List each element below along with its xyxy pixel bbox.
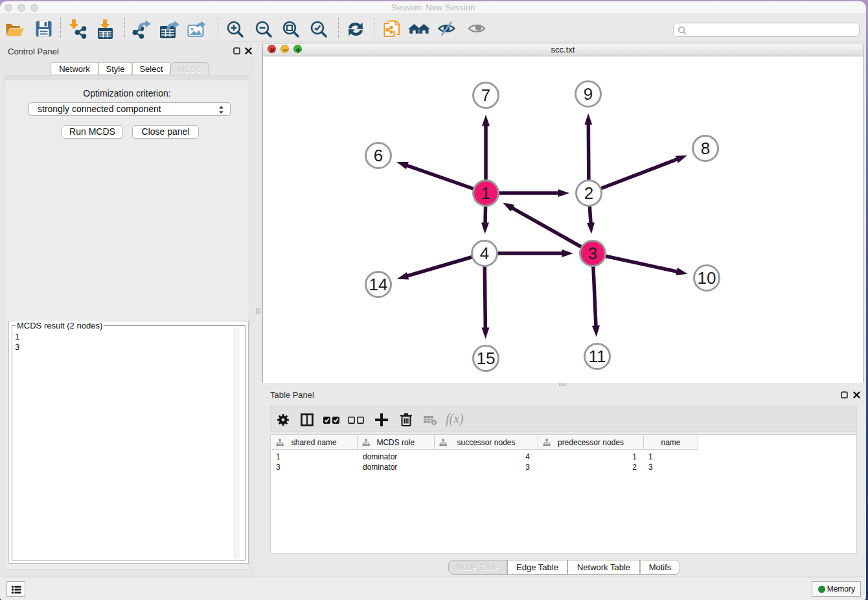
svg-text:3: 3 — [588, 244, 597, 263]
svg-text:14: 14 — [369, 275, 388, 294]
svg-text:11: 11 — [589, 347, 606, 366]
svg-text:7: 7 — [481, 86, 490, 105]
svg-text:6: 6 — [374, 146, 383, 165]
svg-text:10: 10 — [698, 268, 716, 288]
svg-text:15: 15 — [477, 349, 496, 368]
svg-text:4: 4 — [480, 244, 489, 263]
svg-text:9: 9 — [584, 84, 593, 104]
svg-text:1: 1 — [481, 183, 490, 203]
svg-text:8: 8 — [701, 139, 710, 158]
svg-text:2: 2 — [584, 183, 593, 203]
